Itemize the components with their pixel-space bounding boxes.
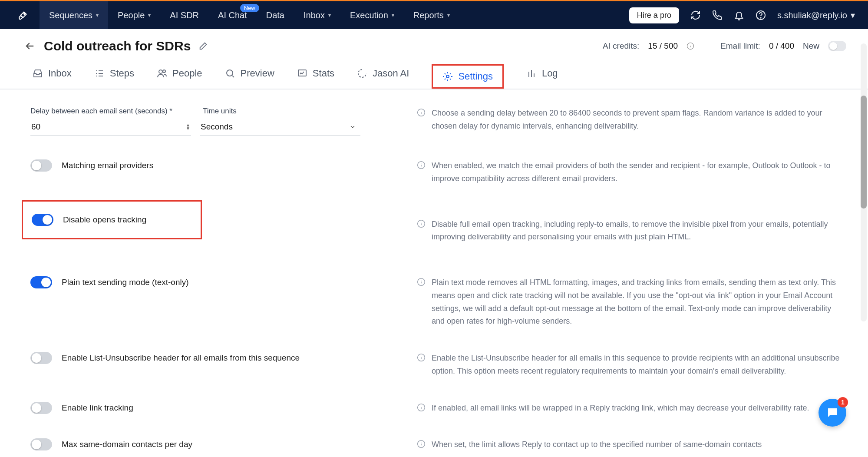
chevron-down-icon [349,123,356,130]
hire-pro-button[interactable]: Hire a pro [629,7,679,23]
svg-point-8 [446,75,449,78]
chat-badge: 1 [838,397,848,407]
stepper-icon[interactable]: ▲▼ [186,123,190,130]
help-icon[interactable] [756,10,766,20]
edit-icon[interactable] [198,41,208,51]
tab-preview[interactable]: Preview [225,66,274,89]
svg-point-4 [159,70,162,73]
plain-text-label: Plain text sending mode (text-only) [62,278,189,287]
nav-reports[interactable]: Reports▾ [404,1,459,29]
svg-point-5 [163,70,165,73]
link-tracking-row: Enable link tracking If enabled, all ema… [30,402,842,415]
info-icon[interactable] [686,42,694,50]
ai-credits-value: 15 / 500 [648,41,678,51]
toggle-plain-text[interactable] [30,276,52,288]
info-icon[interactable] [417,403,426,412]
matching-help-text: When enabled, we match the email provide… [432,159,842,185]
chevron-down-icon: ▾ [328,12,331,18]
ai-icon [357,68,367,79]
svg-rect-7 [298,70,306,76]
chevron-down-icon: ▾ [447,12,450,18]
max-domain-label: Max same-domain contacts per day [62,440,192,449]
chat-fab[interactable]: 1 [818,399,846,427]
disable-opens-row: Disable opens tracking Disable full emai… [30,205,842,257]
delay-help-text: Choose a sending delay between 20 to 864… [432,107,842,132]
matching-row: Matching email providers When enabled, w… [30,159,842,185]
chevron-down-icon: ▾ [96,12,99,18]
chevron-down-icon: ▾ [392,12,394,18]
settings-content: Delay between each email sent (seconds) … [0,89,868,457]
required-asterisk: * [169,107,172,115]
chevron-down-icon: ▾ [851,10,855,20]
tab-stats[interactable]: Stats [297,66,334,89]
toggle-link-tracking[interactable] [30,402,52,414]
ai-credits-label: AI credits: [603,41,639,51]
log-icon [526,68,537,79]
tab-log[interactable]: Log [526,66,558,89]
toggle-disable-opens[interactable] [32,214,53,226]
tab-settings[interactable]: Settings [432,64,504,89]
info-icon[interactable] [417,161,426,169]
user-menu[interactable]: s.shuliak@reply.io▾ [777,10,855,20]
svg-point-6 [227,70,233,76]
inbox-icon [33,68,43,79]
list-unsub-row: Enable List-Unsubscribe header for all e… [30,352,842,378]
search-icon [225,68,235,79]
new-toggle-label: New [803,41,819,51]
gear-icon [442,71,453,82]
nav-data[interactable]: Data [257,1,294,29]
scrollbar[interactable] [861,43,867,321]
stats-icon [297,68,307,79]
page-header: Cold outreach for SDRs AI credits: 15 / … [0,29,868,58]
max-domain-help-text: When set, the limit allows Reply to cont… [432,438,762,451]
info-icon[interactable] [417,353,426,362]
plain-text-row: Plain text sending mode (text-only) Plai… [30,276,842,328]
email-limit-label: Email limit: [720,41,760,51]
nav-ai-chat[interactable]: AI ChatNew [208,1,257,29]
chevron-down-icon: ▾ [148,12,151,18]
new-toggle[interactable] [828,41,846,51]
bell-icon[interactable] [734,10,744,20]
delay-label: Delay between each email sent (seconds) [30,107,168,115]
time-unit-select[interactable]: Seconds [200,118,360,136]
delay-input[interactable]: 60 ▲▼ [30,118,191,136]
nav-sequences[interactable]: Sequences▾ [40,1,108,29]
svg-point-0 [24,13,25,14]
list-unsub-label: Enable List-Unsubscribe header for all e… [62,353,300,363]
chat-icon [826,406,839,419]
rocket-logo-icon[interactable] [17,10,29,21]
tab-people[interactable]: People [157,66,202,89]
back-arrow-icon[interactable] [24,40,36,52]
info-icon[interactable] [417,278,426,286]
info-icon[interactable] [417,108,426,117]
refresh-icon[interactable] [690,10,701,20]
toggle-matching-providers[interactable] [30,159,52,172]
disable-opens-help-text: Disable full email open tracking, includ… [432,218,842,244]
nav-right: Hire a pro s.shuliak@reply.io▾ [629,7,855,23]
info-icon[interactable] [417,219,426,228]
tab-inbox[interactable]: Inbox [33,66,72,89]
link-tracking-help-text: If enabled, all email links will be wrap… [432,402,809,415]
tab-jason-ai[interactable]: Jason AI [357,66,409,89]
list-unsub-help-text: Enable the List-Unsubscribe header for a… [432,352,842,378]
top-navigation: Sequences▾ People▾ AI SDR AI ChatNew Dat… [0,0,868,29]
max-domain-row: Max same-domain contacts per day When se… [30,438,842,451]
nav-ai-sdr[interactable]: AI SDR [160,1,208,29]
highlight-box-opens-tracking: Disable opens tracking [22,200,202,239]
scroll-thumb[interactable] [861,96,867,209]
toggle-list-unsubscribe[interactable] [30,352,52,364]
delay-row: Delay between each email sent (seconds) … [30,107,842,136]
page-title: Cold outreach for SDRs [44,39,191,53]
tab-bar: Inbox Steps People Preview Stats Jason A… [0,58,868,89]
tab-steps[interactable]: Steps [94,66,134,89]
email-limit-value: 0 / 400 [769,41,794,51]
toggle-max-same-domain[interactable] [30,438,52,450]
nav-people[interactable]: People▾ [108,1,160,29]
steps-icon [94,68,105,79]
nav-inbox[interactable]: Inbox▾ [294,1,340,29]
phone-icon[interactable] [712,10,723,20]
plain-text-help-text: Plain text mode removes all HTML formatt… [432,276,842,328]
people-icon [157,68,167,79]
nav-execution[interactable]: Execution▾ [340,1,404,29]
info-icon[interactable] [417,440,426,448]
